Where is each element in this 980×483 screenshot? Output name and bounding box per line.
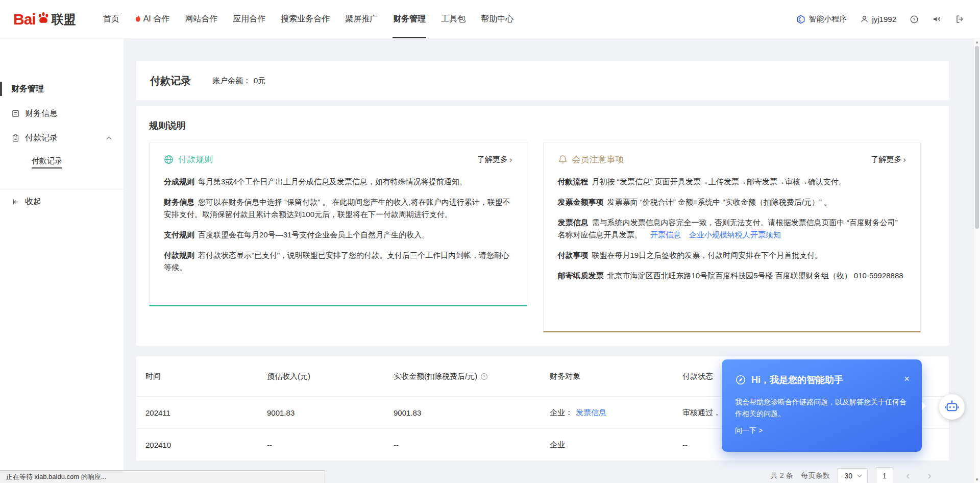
baidu-paw-icon	[36, 11, 51, 25]
nav-item-toolkit[interactable]: 工具包	[433, 0, 473, 38]
miniprogram-icon	[796, 15, 805, 24]
nav-item-website[interactable]: 网站合作	[177, 0, 225, 38]
note-item-invoice-info: 发票信息需与系统内发票信息内容完全一致，否则无法支付。请根据发票信息页面中 “百…	[558, 216, 906, 241]
rules-card: 规则说明 付款规则 了解更多	[136, 106, 949, 346]
nav-item-ai[interactable]: AI 合作	[127, 0, 178, 38]
rules-section-title: 规则说明	[149, 119, 921, 132]
help-circle-icon[interactable]: ?	[480, 373, 488, 380]
page-title: 付款记录	[150, 74, 191, 88]
note-item-payment-flow: 付款流程月初按 “发票信息” 页面开具发票→上传发票→邮寄发票→审核→确认支付。	[558, 176, 906, 188]
small-taxpayer-guide-link[interactable]: 企业小规模纳税人开票须知	[689, 230, 781, 239]
scroll-up-arrow[interactable]: ▴	[974, 39, 980, 44]
note-item-mail-invoice: 邮寄纸质发票北京市海淀区西北旺东路10号院百度科技园5号楼 百度联盟财务组（收）…	[558, 270, 906, 282]
member-notes-panel: 会员注意事项 了解更多 › 付款流程月初按 “发票信息” 页面开具发票→上传发票…	[543, 142, 921, 332]
status-text: 正在等待 xlab.baidu.com 的响应...	[6, 472, 107, 481]
page-number-1[interactable]: 1	[876, 467, 893, 483]
member-notes-title: 会员注意事项	[572, 154, 624, 165]
top-header: Bai 联盟 首页 AI 合作 网站合作 应用合作 搜索业务合作 聚屏推广 财务…	[0, 0, 980, 39]
help-icon[interactable]: ?	[910, 15, 919, 24]
prev-page-button[interactable]: ‹	[901, 468, 915, 483]
chevron-right-icon: ›	[903, 155, 906, 165]
user-icon	[860, 15, 869, 23]
assistant-popup: Hi，我是您的智能助手 × 我会帮助您诊断合作链路问题，以及解答您关于任何合作相…	[722, 359, 922, 452]
smart-miniprogram-link[interactable]: 智能小程序	[796, 14, 847, 24]
sidebar-payment-records-label: 付款记录	[25, 133, 58, 143]
sidebar-item-finance-info[interactable]: 财务信息	[0, 101, 124, 126]
assistant-title: Hi，我是您的智能助手	[751, 374, 843, 386]
ask-now-link[interactable]: 问一下 >	[735, 426, 763, 436]
nav-item-ai-label: AI 合作	[143, 14, 170, 25]
sidebar-subitem-label: 付款记录	[32, 156, 62, 168]
nav-item-home[interactable]: 首页	[95, 0, 127, 38]
fire-icon	[135, 15, 141, 23]
sound-icon[interactable]	[932, 14, 942, 24]
cell-time: 202410	[136, 441, 258, 449]
invoice-info-link[interactable]: 开票信息	[650, 230, 681, 239]
miniprogram-label: 智能小程序	[808, 14, 847, 24]
browser-status-bar: 正在等待 xlab.baidu.com 的响应...	[0, 470, 325, 483]
rule-item-sharing: 分成规则每月第3或4个工作日产出上月分成信息及发票信息，如有特殊情况将提前通知。	[164, 176, 512, 188]
chevron-up-icon[interactable]	[106, 136, 112, 140]
scrollbar-track[interactable]: ▴ ▾	[973, 39, 980, 483]
page-header-card: 付款记录 账户余额： 0元	[136, 61, 949, 100]
logout-icon[interactable]	[955, 14, 965, 24]
cell-entity: 企业	[541, 440, 673, 450]
note-item-invoice-amount: 发票金额事项发票票面 “价税合计” 金额=系统中 “实收金额（扣除税费后/元）”…	[558, 196, 906, 208]
assistant-robot-button[interactable]	[939, 394, 965, 420]
assistant-message: 我会帮助您诊断合作链路问题，以及解答您关于任何合作相关的问题。	[735, 396, 909, 420]
scroll-down-arrow[interactable]: ▾	[974, 477, 980, 482]
scrollbar-thumb[interactable]	[975, 46, 979, 229]
chevron-right-icon: ›	[509, 155, 512, 165]
sidebar-item-payment-records[interactable]: 付款记录	[0, 126, 124, 150]
invoice-info-row-link[interactable]: 发票信息	[576, 408, 606, 418]
sidebar-finance-label: 财务管理	[11, 84, 44, 94]
next-page-button[interactable]: ›	[923, 468, 936, 483]
bell-icon	[558, 155, 568, 164]
caret-down-icon	[857, 474, 862, 477]
nav-item-finance[interactable]: 财务管理	[385, 0, 433, 38]
col-header-estimated: 预估收入(元)	[258, 372, 384, 381]
nav-item-help-center[interactable]: 帮助中心	[473, 0, 521, 38]
col-header-entity: 财务对象	[541, 372, 673, 381]
per-page-label: 每页条数	[801, 471, 829, 480]
sidebar-subitem-payment-records[interactable]: 付款记录	[0, 150, 124, 175]
total-count-label: 共 2 条	[771, 471, 793, 480]
nav-item-search-biz[interactable]: 搜索业务合作	[273, 0, 337, 38]
payment-records-icon	[11, 134, 20, 142]
balance-label: 账户余额：	[212, 76, 251, 86]
balance-value: 0元	[254, 76, 265, 86]
close-icon[interactable]: ×	[904, 374, 910, 383]
baidu-union-logo[interactable]: Bai 联盟	[13, 11, 76, 28]
svg-text:?: ?	[483, 374, 486, 379]
rule-item-pay-rule: 支付规则百度联盟会在每月20号—31号支付企业会员上个自然月产生的收入。	[164, 229, 512, 241]
rule-item-payment-status: 付款规则若付款状态显示“已支付”，说明联盟已安排了您的付款。支付后三个工作日内到…	[164, 249, 512, 274]
logo-text-bai: Bai	[13, 11, 36, 28]
collapse-label: 收起	[25, 197, 41, 207]
payment-rules-title: 付款规则	[178, 154, 213, 165]
compass-icon	[735, 374, 746, 385]
per-page-select[interactable]: 30	[838, 468, 868, 483]
sidebar-item-finance-management[interactable]: 财务管理	[0, 77, 124, 101]
rule-item-finance-info: 财务信息您可以在财务信息中选择 “保留付款” 。 在此期间您产生的收入,将在账户…	[164, 196, 512, 221]
username-label: jyj1992	[872, 15, 896, 23]
cell-actual: --	[384, 441, 541, 449]
cell-estimated: 9001.83	[258, 408, 384, 417]
member-notes-more-link[interactable]: 了解更多 ›	[871, 155, 906, 165]
finance-info-icon	[11, 109, 20, 118]
app-root: Bai 联盟 首页 AI 合作 网站合作 应用合作 搜索业务合作 聚屏推广 财务…	[0, 0, 980, 483]
sidebar-collapse-button[interactable]: 收起	[0, 189, 124, 214]
user-account[interactable]: jyj1992	[860, 15, 896, 23]
nav-item-juping[interactable]: 聚屏推广	[337, 0, 385, 38]
cell-estimated: --	[258, 441, 384, 449]
header-right: 智能小程序 jyj1992 ?	[796, 14, 965, 24]
robot-icon	[944, 399, 960, 415]
cell-entity: 企业： 发票信息	[541, 408, 673, 418]
payment-rules-panel: 付款规则 了解更多 › 分成规则每月第3或4个工作日产出上月分成信息及发票信息，…	[149, 142, 527, 306]
sidebar-finance-info-label: 财务信息	[25, 108, 58, 119]
globe-icon	[164, 155, 174, 164]
col-header-actual: 实收金额(扣除税费后/元) ?	[384, 372, 541, 381]
cell-actual: 9001.83	[384, 408, 541, 417]
nav-item-app[interactable]: 应用合作	[225, 0, 273, 38]
main-nav: 首页 AI 合作 网站合作 应用合作 搜索业务合作 聚屏推广 财务管理 工具包 …	[95, 0, 522, 38]
payment-rules-more-link[interactable]: 了解更多 ›	[477, 155, 512, 165]
